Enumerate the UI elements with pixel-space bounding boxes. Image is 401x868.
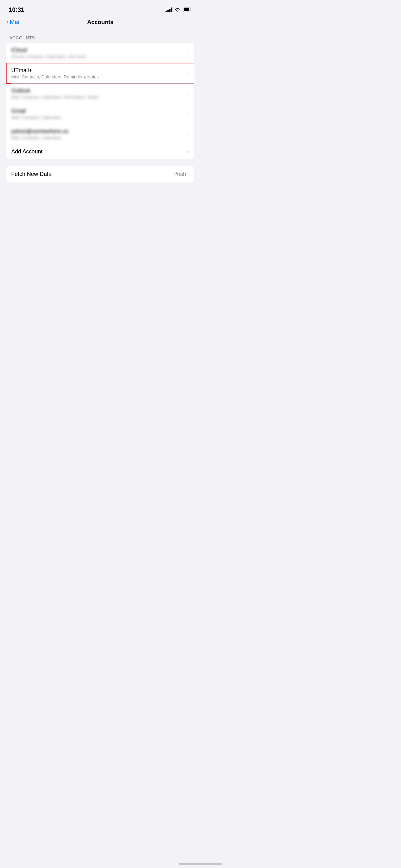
account-icloud-title: iCloud [11, 47, 185, 54]
account-item-yahoo[interactable]: yahoo@somewhere.us Mail, Contacts, Calen… [6, 124, 194, 144]
fetch-new-data-value-group: Push › [173, 171, 189, 178]
fetch-new-data-card[interactable]: Fetch New Data Push › [6, 166, 194, 183]
chevron-right-icon: › [188, 111, 189, 117]
account-item-outlook[interactable]: Outlook Mail, Contacts, Calendars, Remin… [6, 84, 194, 104]
status-time: 10:31 [9, 6, 24, 13]
fetch-new-data-item[interactable]: Fetch New Data Push › [6, 166, 194, 183]
account-item-gmail[interactable]: Gmail Mail, Contacts, Calendars › [6, 104, 194, 124]
wifi-icon [175, 8, 180, 12]
account-gmail-content: Gmail Mail, Contacts, Calendars [11, 108, 185, 120]
page-title: Accounts [87, 19, 113, 26]
add-account-content: Add Account [11, 148, 185, 155]
svg-rect-1 [183, 8, 189, 11]
account-icloud-content: iCloud iCloud, Contacts, Calendars, and … [11, 47, 185, 59]
add-account-label: Add Account [11, 148, 185, 155]
add-account-item[interactable]: Add Account › [6, 144, 194, 159]
chevron-right-icon: › [188, 131, 189, 137]
accounts-list: iCloud iCloud, Contacts, Calendars, and … [6, 43, 194, 159]
chevron-right-icon: › [188, 148, 189, 155]
account-outlook-subtitle: Mail, Contacts, Calendars, Reminders, No… [11, 95, 185, 100]
chevron-left-icon: ‹ [6, 18, 8, 26]
fetch-new-data-label: Fetch New Data [11, 171, 52, 178]
nav-bar: ‹ Mail Accounts [0, 17, 201, 29]
signal-icon [166, 7, 172, 12]
account-utmail-content: UTmail+ Mail, Contacts, Calendars, Remin… [11, 67, 185, 80]
battery-icon [183, 7, 192, 12]
account-utmail-title: UTmail+ [11, 67, 185, 74]
chevron-right-icon: › [188, 50, 189, 56]
accounts-section-header: ACCOUNTS [0, 29, 201, 43]
account-icloud-subtitle: iCloud, Contacts, Calendars, and more [11, 54, 185, 59]
account-utmail-subtitle: Mail, Contacts, Calendars, Reminders, No… [11, 74, 185, 80]
account-yahoo-subtitle: Mail, Contacts, Calendars [11, 135, 185, 140]
account-outlook-title: Outlook [11, 88, 185, 94]
chevron-right-icon: › [188, 90, 189, 97]
account-outlook-content: Outlook Mail, Contacts, Calendars, Remin… [11, 88, 185, 100]
account-gmail-title: Gmail [11, 108, 185, 114]
fetch-new-data-value: Push [173, 171, 186, 178]
account-yahoo-title: yahoo@somewhere.us [11, 128, 185, 135]
back-button[interactable]: ‹ Mail [6, 18, 21, 26]
back-label: Mail [10, 19, 21, 26]
status-icons [166, 7, 192, 12]
account-item-icloud[interactable]: iCloud iCloud, Contacts, Calendars, and … [6, 43, 194, 63]
account-yahoo-content: yahoo@somewhere.us Mail, Contacts, Calen… [11, 128, 185, 140]
status-bar: 10:31 [0, 0, 201, 17]
account-gmail-subtitle: Mail, Contacts, Calendars [11, 115, 185, 120]
chevron-right-icon: › [188, 171, 189, 178]
account-item-utmail[interactable]: UTmail+ Mail, Contacts, Calendars, Remin… [6, 63, 194, 84]
chevron-right-icon: › [188, 70, 189, 76]
